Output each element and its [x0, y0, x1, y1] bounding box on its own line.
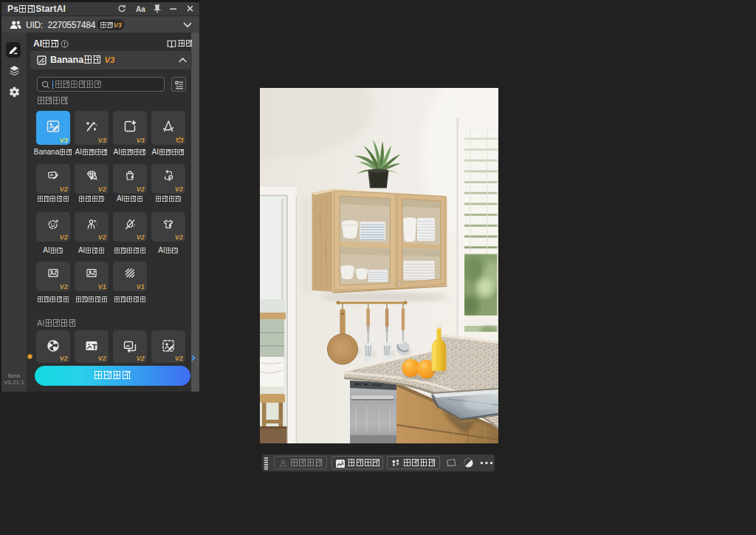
- svg-text:Aa: Aa: [136, 5, 145, 13]
